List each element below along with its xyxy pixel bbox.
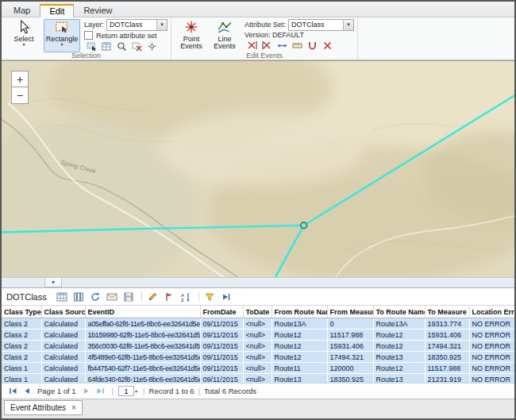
- layer-dropdown-caret-icon[interactable]: ▾: [156, 20, 167, 30]
- table-cell[interactable]: 18350.925: [327, 374, 373, 383]
- table-cell[interactable]: Route13A: [373, 318, 425, 329]
- filter-button[interactable]: [202, 289, 218, 304]
- delete-event-button[interactable]: [320, 39, 334, 52]
- table-cell[interactable]: <null>: [243, 318, 271, 329]
- table-cell[interactable]: Calculated: [41, 329, 85, 341]
- table-row[interactable]: Class 1Calculated64fde340-62f8-11e5-8bc6…: [2, 374, 514, 383]
- table-cell[interactable]: 18350.925: [425, 352, 469, 363]
- zoom-out-button[interactable]: −: [11, 87, 29, 104]
- table-cell[interactable]: Calculated: [41, 352, 85, 363]
- table-cell[interactable]: fb447540-62f7-11e5-8bc6-ee32641d5ec9: [85, 363, 200, 374]
- table-cell[interactable]: 15931.406: [327, 341, 373, 352]
- attribute-set-dropdown-caret-icon[interactable]: ▾: [343, 20, 353, 30]
- table-cell[interactable]: 4f5489e0-62f8-11e5-8bc6-ee32641d5ec9: [85, 352, 200, 363]
- goto-record-button[interactable]: [219, 289, 234, 304]
- table-cell[interactable]: Route13: [271, 374, 327, 383]
- column-header-from-measure[interactable]: From Measure: [327, 306, 373, 318]
- table-cell[interactable]: NO ERROR: [469, 341, 514, 352]
- table-cell[interactable]: Route13: [373, 352, 425, 363]
- zoom-in-button[interactable]: +: [11, 71, 29, 87]
- table-cell[interactable]: <null>: [243, 329, 271, 341]
- table-cell[interactable]: 09/11/2015: [200, 341, 243, 352]
- table-cell[interactable]: Route12: [373, 329, 425, 341]
- table-cell[interactable]: Route13A: [271, 318, 327, 329]
- previous-page-button[interactable]: [20, 385, 34, 398]
- table-cell[interactable]: 11517.988: [425, 363, 469, 374]
- table-cell[interactable]: NO ERROR: [469, 329, 514, 341]
- map-view[interactable]: Spring Creek + −: [2, 60, 514, 277]
- table-cell[interactable]: Calculated: [41, 318, 85, 329]
- move-event-button[interactable]: [275, 39, 289, 52]
- table-row[interactable]: Class 2Calculated1b159980-62f8-11e5-8bc6…: [2, 329, 514, 341]
- table-row[interactable]: Class 1Calculatedfb447540-62f7-11e5-8bc6…: [2, 363, 514, 374]
- column-header-to-measure[interactable]: To Measure: [425, 306, 469, 318]
- table-cell[interactable]: NO ERROR: [469, 374, 514, 383]
- route-junction-marker[interactable]: [301, 222, 307, 229]
- layer-dropdown[interactable]: DOTClass ▾: [106, 19, 168, 31]
- table-cell[interactable]: Route13: [373, 374, 425, 383]
- refresh-button[interactable]: [88, 289, 103, 304]
- table-cell[interactable]: Route12: [271, 341, 327, 352]
- column-header-class-type[interactable]: Class Type: [2, 306, 41, 318]
- table-cell[interactable]: 09/11/2015: [200, 318, 243, 329]
- table-cell[interactable]: Class 1: [2, 374, 41, 383]
- panel-splitter[interactable]: ▼: [2, 277, 514, 288]
- table-cell[interactable]: 19313.774: [425, 318, 469, 329]
- table-cell[interactable]: NO ERROR: [469, 352, 514, 363]
- table-cell[interactable]: Class 1: [2, 363, 41, 374]
- table-cell[interactable]: 356c0030-62f8-11e5-8bc6-ee32641d5ec9: [85, 341, 200, 352]
- first-page-button[interactable]: [6, 385, 20, 398]
- table-cell[interactable]: Route12: [373, 363, 425, 374]
- rectangle-dropdown-caret-icon[interactable]: ▾: [60, 43, 63, 47]
- table-cell[interactable]: 0: [327, 318, 373, 329]
- collapse-panel-button[interactable]: ▼: [44, 278, 62, 287]
- flag-record-button[interactable]: [162, 289, 177, 304]
- table-cell[interactable]: 09/11/2015: [200, 374, 243, 383]
- edit-record-button[interactable]: [145, 289, 160, 304]
- table-cell[interactable]: <null>: [243, 352, 271, 363]
- select-by-attributes-button[interactable]: [99, 40, 114, 53]
- next-page-button[interactable]: [79, 385, 94, 398]
- table-cell[interactable]: 11517.988: [327, 329, 373, 341]
- sort-button[interactable]: AZ: [179, 289, 194, 304]
- attribute-set-dropdown[interactable]: DOTClass ▾: [288, 19, 354, 31]
- table-cell[interactable]: Class 2: [2, 341, 41, 352]
- page-spinner-caret-icon[interactable]: ▾: [135, 388, 137, 394]
- column-header-to-route-name[interactable]: To Route Name: [373, 306, 425, 318]
- point-events-button[interactable]: Point Events: [175, 19, 207, 52]
- table-cell[interactable]: <null>: [243, 374, 271, 383]
- table-cell[interactable]: 64fde340-62f8-11e5-8bc6-ee32641d5ec9: [85, 374, 200, 383]
- snap-event-button[interactable]: [305, 39, 319, 52]
- table-cell[interactable]: Calculated: [41, 374, 85, 383]
- table-cell[interactable]: NO ERROR: [469, 318, 514, 329]
- show-columns-button[interactable]: [71, 289, 87, 304]
- table-cell[interactable]: Calculated: [41, 363, 85, 374]
- column-header-from-route-name[interactable]: From Route Name: [271, 306, 327, 318]
- select-tool-button[interactable]: Select ▾: [6, 19, 42, 52]
- table-cell[interactable]: 09/11/2015: [200, 363, 243, 374]
- select-dropdown-caret-icon[interactable]: ▾: [22, 43, 25, 47]
- table-cell[interactable]: Route12: [271, 329, 327, 341]
- merge-events-button[interactable]: [260, 39, 274, 52]
- table-row[interactable]: Class 2Calculated4f5489e0-62f8-11e5-8bc6…: [2, 352, 514, 363]
- table-cell[interactable]: 120000: [327, 363, 373, 374]
- return-attribute-set-checkbox[interactable]: [84, 31, 93, 40]
- table-cell[interactable]: 21231.919: [425, 374, 469, 383]
- tab-review[interactable]: Review: [74, 3, 121, 17]
- select-features-button[interactable]: [84, 40, 98, 53]
- zoom-to-selection-button[interactable]: [114, 40, 129, 53]
- export-button[interactable]: [105, 289, 120, 304]
- table-cell[interactable]: Class 2: [2, 329, 41, 341]
- column-header-class-source[interactable]: Class Source: [41, 306, 85, 318]
- page-number-input[interactable]: [118, 386, 134, 396]
- table-cell[interactable]: Calculated: [41, 341, 85, 352]
- table-cell[interactable]: <null>: [243, 363, 271, 374]
- column-header-todate[interactable]: ToDate: [243, 306, 271, 318]
- table-cell[interactable]: Class 2: [2, 318, 41, 329]
- column-header-eventid[interactable]: EventID: [85, 306, 200, 318]
- table-cell[interactable]: 17494.321: [425, 341, 469, 352]
- table-cell[interactable]: 09/11/2015: [200, 352, 243, 363]
- split-event-button[interactable]: [245, 39, 259, 52]
- column-header-location-error[interactable]: Location Error: [469, 306, 514, 318]
- table-cell[interactable]: <null>: [243, 341, 271, 352]
